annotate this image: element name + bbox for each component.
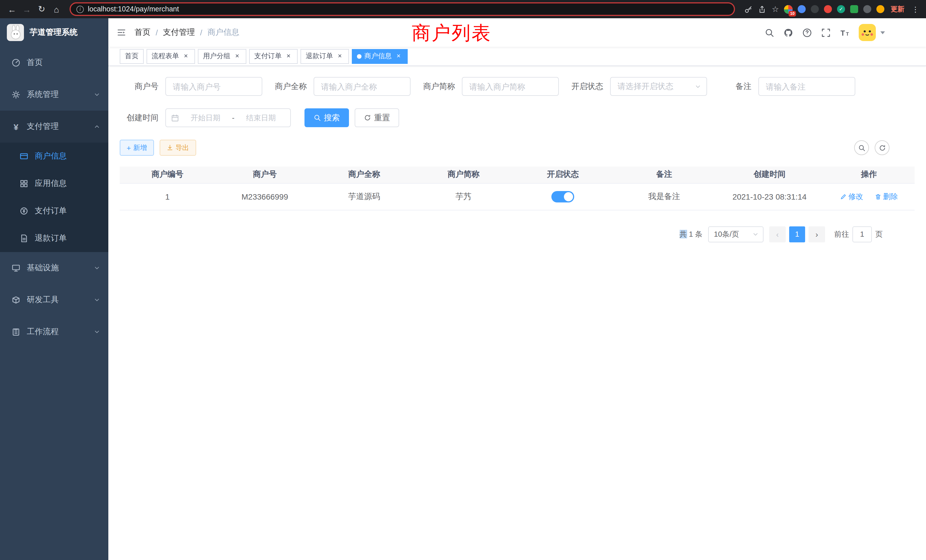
status-switch[interactable] — [551, 191, 574, 202]
fullscreen-icon[interactable] — [821, 28, 831, 37]
table-header-row: 商户编号 商户号 商户全称 商户简称 开启状态 备注 创建时间 操作 — [120, 166, 915, 183]
prev-page-button[interactable]: ‹ — [769, 226, 786, 242]
tab-label: 首页 — [125, 51, 139, 61]
svg-text:T: T — [846, 31, 849, 36]
cell-status — [513, 183, 613, 210]
page-1-button[interactable]: 1 — [789, 226, 805, 242]
extension-puzzle-icon[interactable] — [863, 5, 871, 13]
sidebar-item-workflow[interactable]: 工作流程 — [0, 316, 108, 348]
filter-status: 开启状态 请选择开启状态 — [564, 77, 707, 96]
user-avatar[interactable] — [859, 24, 876, 41]
tab-process-form[interactable]: 流程表单× — [147, 49, 195, 64]
sidebar-item-label: 商户信息 — [35, 151, 100, 161]
close-icon[interactable]: × — [395, 52, 402, 60]
clipboard-icon — [11, 327, 21, 336]
edit-button[interactable]: 修改 — [840, 191, 863, 201]
filter-create-time: 创建时间 开始日期 - 结束日期 — [120, 108, 291, 127]
sidebar-item-refund-order[interactable]: 退款订单 — [0, 225, 108, 252]
extension-dark-icon[interactable] — [811, 5, 819, 13]
col-remark: 备注 — [613, 166, 716, 183]
col-actions: 操作 — [823, 166, 915, 183]
refresh-table-button[interactable] — [875, 140, 890, 155]
app-logo[interactable]: 芋道管理系统 — [0, 18, 108, 47]
breadcrumb-separator: / — [156, 28, 158, 37]
close-icon[interactable]: × — [336, 52, 344, 60]
app-frame: 芋道管理系统 首页 系统管理 ¥ 支付管理 商户信息 — [0, 18, 926, 560]
sidebar-item-dev-tools[interactable]: 研发工具 — [0, 284, 108, 316]
tab-pay-order[interactable]: 支付订单× — [249, 49, 298, 64]
extension-check-icon[interactable]: ✓ — [837, 5, 845, 13]
breadcrumb: 首页 / 支付管理 / 商户信息 — [135, 27, 239, 38]
help-icon[interactable] — [802, 28, 812, 37]
export-button[interactable]: 导出 — [159, 140, 196, 156]
browser-profile-avatar[interactable] — [876, 5, 884, 13]
search-button[interactable]: 搜索 — [304, 108, 349, 127]
reload-icon[interactable]: ↻ — [35, 3, 48, 15]
breadcrumb-payment[interactable]: 支付管理 — [163, 27, 195, 38]
sidebar-item-payment[interactable]: ¥ 支付管理 — [0, 110, 108, 142]
hamburger-icon[interactable] — [108, 18, 135, 47]
merchant-name-input[interactable] — [313, 77, 410, 96]
extension-colored-icon[interactable] — [824, 5, 832, 13]
add-button[interactable]: + 新增 — [120, 140, 154, 156]
tab-user-group[interactable]: 用户分组× — [198, 49, 246, 64]
close-icon[interactable]: × — [284, 52, 292, 60]
browser-update-button[interactable]: 更新 — [890, 4, 905, 14]
search-icon[interactable] — [765, 28, 774, 37]
password-key-icon[interactable] — [744, 5, 753, 14]
search-icon — [313, 114, 321, 121]
home-icon[interactable]: ⌂ — [50, 3, 63, 15]
share-icon[interactable] — [758, 5, 767, 14]
browser-menu-icon[interactable]: ⋮ — [911, 5, 920, 14]
breadcrumb-home[interactable]: 首页 — [135, 27, 151, 38]
status-select[interactable]: 请选择开启状态 — [610, 77, 707, 96]
merchant-name-label: 商户全称 — [268, 81, 307, 92]
remark-input[interactable] — [758, 77, 855, 96]
sidebar-item-label: 基础设施 — [27, 263, 94, 273]
bookmark-icon[interactable]: ☆ — [772, 5, 779, 14]
reset-button[interactable]: 重置 — [355, 108, 399, 127]
extension-green-square-icon[interactable] — [850, 5, 858, 13]
font-size-icon[interactable]: TT — [840, 28, 850, 37]
page-size-select[interactable]: 10条/页 — [708, 226, 764, 242]
toggle-search-button[interactable] — [854, 140, 869, 155]
close-icon[interactable]: × — [233, 52, 241, 60]
chevron-down-icon — [94, 265, 100, 271]
delete-button[interactable]: 删除 — [875, 191, 898, 201]
github-icon[interactable] — [784, 28, 793, 37]
merchant-short-name-input[interactable] — [462, 77, 559, 96]
tab-merchant-info[interactable]: 商户信息× — [352, 49, 408, 64]
merchant-no-input[interactable] — [165, 77, 262, 96]
sidebar-item-pay-order[interactable]: 支付订单 — [0, 197, 108, 225]
date-range-picker[interactable]: 开始日期 - 结束日期 — [165, 108, 291, 127]
filter-merchant-short-name: 商户简称 — [416, 77, 559, 96]
sidebar-item-merchant-info[interactable]: 商户信息 — [0, 142, 108, 170]
sidebar-item-infrastructure[interactable]: 基础设施 — [0, 252, 108, 284]
forward-icon[interactable]: → — [21, 3, 33, 15]
chevron-down-icon — [94, 328, 100, 335]
extension-blue-icon[interactable] — [798, 5, 806, 13]
page-info-icon[interactable]: i — [76, 5, 84, 13]
cell-create-time: 2021-10-23 08:31:14 — [716, 183, 823, 210]
back-icon[interactable]: ← — [6, 3, 18, 15]
extension-pinwheel-icon[interactable]: 10 — [784, 5, 793, 14]
url-text: localhost:1024/pay/merchant — [88, 5, 179, 13]
navbar: 首页 / 支付管理 / 商户信息 TT — [108, 18, 926, 47]
tab-home[interactable]: 首页 — [120, 49, 144, 64]
address-bar[interactable]: i localhost:1024/pay/merchant — [70, 2, 735, 16]
page-unit-label: 页 — [875, 229, 883, 239]
toolbox-icon — [11, 295, 21, 304]
merchant-no-label: 商户号 — [120, 81, 159, 92]
merchant-short-name-label: 商户简称 — [416, 81, 455, 92]
start-date-placeholder[interactable]: 开始日期 — [181, 113, 230, 123]
goto-page-input[interactable] — [852, 226, 872, 242]
end-date-placeholder[interactable]: 结束日期 — [237, 113, 285, 123]
avatar-caret-down-icon[interactable] — [881, 31, 885, 34]
sidebar-item-app-info[interactable]: 应用信息 — [0, 170, 108, 197]
sidebar-item-home[interactable]: 首页 — [0, 47, 108, 79]
next-page-button[interactable]: › — [808, 226, 825, 242]
tab-refund-order[interactable]: 退款订单× — [301, 49, 349, 64]
trash-icon — [875, 193, 882, 200]
sidebar-item-system[interactable]: 系统管理 — [0, 79, 108, 110]
close-icon[interactable]: × — [182, 52, 190, 60]
